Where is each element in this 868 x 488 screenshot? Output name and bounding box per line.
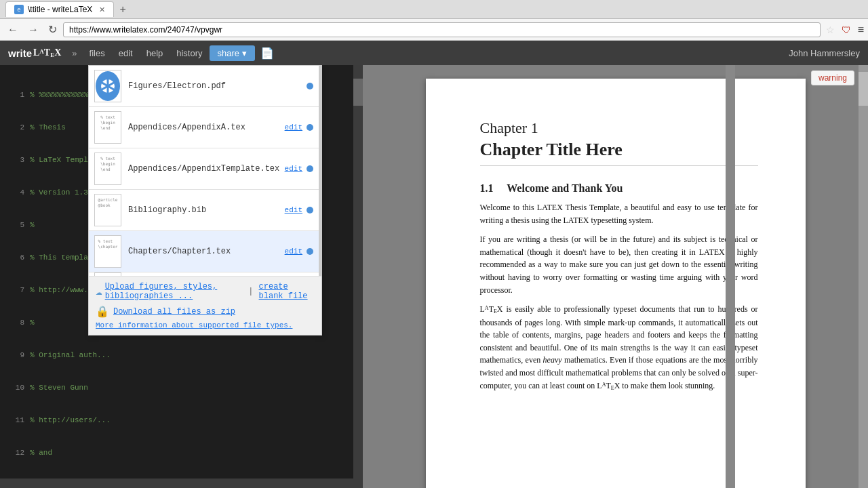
file-name: Figures/Electron.pdf [128, 81, 307, 91]
browser-navbar: ← → ↻ ☆ 🛡 ≡ [0, 19, 868, 41]
preview-pane: warning Chapter 1 Chapter Title Here 1.1… [363, 65, 868, 488]
separator: | [248, 287, 253, 296]
app-nav: files edit help history [83, 41, 210, 65]
logo-write-text: write [8, 47, 32, 59]
menu-icon[interactable]: ≡ [858, 24, 864, 36]
file-item[interactable]: % text\begin\end Appendices/AppendixTemp… [89, 148, 319, 190]
file-status-dot [307, 248, 313, 255]
share-dropdown-icon: ▾ [242, 48, 247, 58]
preview-vscroll-thumb [859, 72, 868, 106]
download-link[interactable]: Download all files as zip [113, 307, 235, 317]
back-button[interactable]: ← [4, 22, 22, 37]
logo-latex-text: LATEX [33, 47, 61, 58]
upload-icon: ☁ [96, 285, 102, 298]
nav-files[interactable]: files [83, 41, 112, 65]
tab-title: \ttitle - writeLaTeX [28, 5, 92, 14]
chapter-number: Chapter 1 [480, 119, 758, 137]
file-edit-link[interactable]: edit [285, 247, 302, 256]
section-title-text: Welcome and Thank You [507, 182, 623, 194]
file-name: Appendices/AppendixA.tex [128, 123, 285, 132]
pdf-body: Welcome to this LATEX Thesis Template, a… [480, 201, 758, 392]
editor-vscroll[interactable] [353, 65, 363, 488]
new-tab-button[interactable]: + [119, 3, 125, 16]
app-logo: write LATEX [8, 47, 61, 59]
file-status-dot [307, 83, 313, 89]
preview-vscroll[interactable] [859, 65, 868, 488]
download-row: 🔒 Download all files as zip [96, 305, 315, 319]
share-button[interactable]: share ▾ [210, 45, 256, 61]
file-item[interactable]: % text\begin\end Appendices/AppendixA.te… [89, 107, 319, 148]
file-dropdown: Figures/Electron.pdf % text\begin\end Ap… [88, 65, 322, 336]
file-thumbnail [94, 70, 121, 102]
file-list: Figures/Electron.pdf % text\begin\end Ap… [89, 66, 321, 276]
editor-hscroll[interactable] [0, 479, 353, 488]
file-item[interactable]: % text\chapter Chapters/Chapter1.tex edi… [89, 231, 319, 272]
pdf-page: Chapter 1 Chapter Title Here 1.1 Welcome… [426, 79, 806, 488]
file-thumbnail: % text\chapter [94, 235, 121, 268]
app-header: write LATEX » files edit help history sh… [0, 41, 868, 65]
more-info-link[interactable]: More information about supported file ty… [96, 319, 315, 329]
file-item[interactable]: @article@book Bibliography.bib edit [89, 190, 319, 231]
file-status-dot [307, 207, 313, 214]
editor-pane[interactable]: 1% %%%%%%%%%%%%%%%%%%%%%%%%%%% 2% Thesis… [0, 65, 363, 488]
nav-history[interactable]: history [170, 41, 209, 65]
browser-tab[interactable]: e \ttitle - writeLaTeX ✕ [5, 1, 114, 17]
pdf-paragraph: If you are writing a thesis (or will be … [480, 233, 758, 296]
pdf-paragraph: Welcome to this LATEX Thesis Template, a… [480, 201, 758, 226]
section-number: 1.1 [480, 182, 494, 194]
pdf-icon[interactable]: 📄 [260, 47, 274, 60]
user-name: John Hammersley [789, 48, 860, 58]
nav-help[interactable]: help [140, 41, 170, 65]
download-icon: 🔒 [96, 305, 109, 319]
file-name: Chapters/Chapter1.tex [128, 247, 285, 256]
file-edit-link[interactable]: edit [285, 165, 302, 173]
chapter-title: Chapter Title Here [480, 140, 758, 166]
file-edit-link[interactable]: edit [285, 123, 302, 131]
main-layout: 1% %%%%%%%%%%%%%%%%%%%%%%%%%%% 2% Thesis… [0, 65, 868, 488]
file-thumbnail: % text\begin\end [94, 152, 121, 185]
tab-close-button[interactable]: ✕ [99, 5, 105, 14]
bookmark-icon[interactable]: ☆ [826, 24, 835, 35]
browser-titlebar: e \ttitle - writeLaTeX ✕ + [0, 0, 868, 19]
nav-edit[interactable]: edit [112, 41, 140, 65]
forward-button[interactable]: → [24, 22, 42, 37]
reload-button[interactable]: ↻ [45, 22, 60, 37]
file-item[interactable]: Figures/Electron.pdf [89, 66, 319, 107]
extensions-icon: 🛡 [842, 24, 851, 35]
tab-favicon: e [14, 5, 24, 14]
file-edit-link[interactable]: edit [285, 206, 302, 214]
file-name: Bibliography.bib [128, 205, 285, 215]
file-thumbnail: % text\begin\end [94, 111, 121, 144]
logo-arrow-icon: » [72, 48, 77, 58]
file-actions: ☁ Upload figures, styles, bibliographies… [89, 276, 321, 335]
preview-left-divider [726, 65, 735, 488]
file-thumbnail: @article@book [94, 194, 121, 226]
file-thumbnail [94, 272, 121, 276]
share-label: share [218, 48, 240, 58]
pdf-paragraph: LATEX is easily able to professionally t… [480, 303, 758, 392]
create-blank-link[interactable]: create blank file [259, 282, 315, 301]
file-status-dot [307, 165, 313, 172]
upload-link[interactable]: Upload figures, styles, bibliographies .… [105, 282, 243, 301]
section-title: 1.1 Welcome and Thank You [480, 182, 758, 195]
file-name: Appendices/AppendixTemplate.tex [128, 164, 285, 174]
warning-badge[interactable]: warning [811, 70, 854, 85]
file-status-dot [307, 124, 313, 131]
address-bar[interactable] [63, 22, 821, 37]
upload-row: ☁ Upload figures, styles, bibliographies… [96, 282, 315, 301]
